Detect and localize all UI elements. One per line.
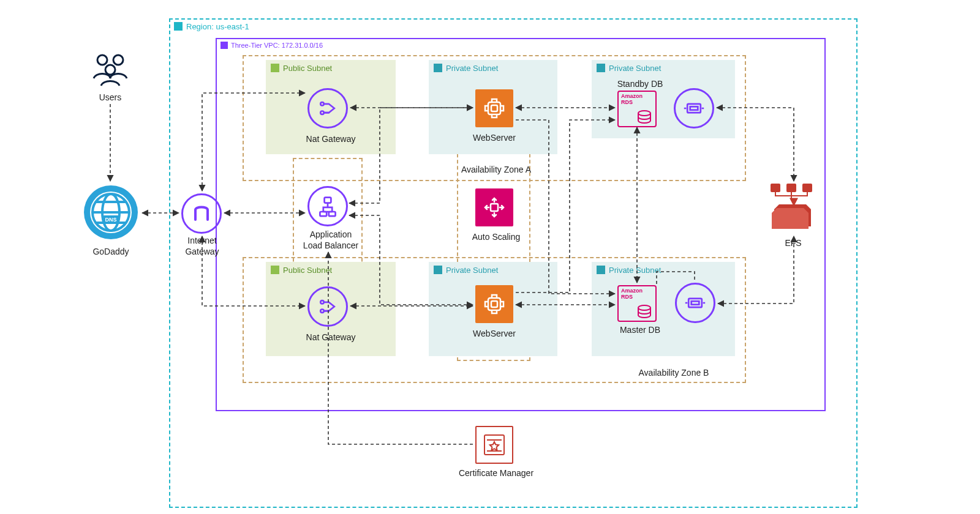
svg-rect-18 <box>488 298 500 310</box>
svg-rect-23 <box>690 106 698 110</box>
efs-label: EFS <box>778 237 809 248</box>
certificate-manager-icon <box>475 426 513 464</box>
godaddy-label: GoDaddy <box>86 246 136 257</box>
webserver-a-icon <box>475 89 513 127</box>
svg-rect-17 <box>491 105 497 111</box>
svg-point-12 <box>320 102 323 105</box>
dns-icon: DNS <box>82 184 140 241</box>
svg-rect-29 <box>802 184 812 192</box>
svg-rect-16 <box>488 102 500 114</box>
internet-gateway-label: Internet Gateway <box>179 235 225 257</box>
autoscaling-icon <box>475 188 513 226</box>
rds-master-icon: Amazon RDS <box>617 285 657 322</box>
users-icon <box>89 51 132 88</box>
standby-db-label: Standby DB <box>612 78 668 89</box>
svg-point-14 <box>320 300 323 304</box>
svg-rect-19 <box>491 301 497 307</box>
rds-standby-icon: Amazon RDS <box>617 91 657 127</box>
svg-point-0 <box>97 55 107 65</box>
lock-closed-icon <box>434 64 442 72</box>
users-label: Users <box>92 92 129 103</box>
svg-text:DNS: DNS <box>105 217 116 223</box>
svg-point-2 <box>105 65 115 75</box>
webserver-b-label: WebServer <box>467 328 522 339</box>
efs-mount-b-icon <box>675 283 715 323</box>
az-a-label: Availability Zone A <box>447 164 545 175</box>
internet-gateway-icon <box>181 193 222 234</box>
region-tag: Region: us-east-1 <box>174 22 249 31</box>
svg-point-24 <box>638 305 650 310</box>
svg-rect-10 <box>320 212 326 216</box>
lock-closed-icon <box>597 266 605 274</box>
svg-point-1 <box>113 55 123 65</box>
master-db-label: Master DB <box>612 324 668 335</box>
svg-rect-20 <box>491 204 498 211</box>
az-b-label: Availability Zone B <box>625 367 723 378</box>
autoscaling-label: Auto Scaling <box>466 231 527 242</box>
lock-closed-icon <box>597 64 605 72</box>
efs-mount-a-icon <box>674 88 714 128</box>
nat-gateway-b-icon <box>307 286 348 327</box>
svg-point-15 <box>320 310 323 313</box>
lock-open-icon <box>271 266 279 274</box>
region-badge-icon <box>174 22 183 31</box>
lock-open-icon <box>271 64 279 72</box>
webserver-b-icon <box>475 285 513 323</box>
svg-rect-28 <box>786 184 796 192</box>
svg-rect-27 <box>771 184 780 192</box>
svg-rect-30 <box>484 435 504 455</box>
svg-point-13 <box>320 111 323 114</box>
alb-label: Application Load Balancer <box>300 229 361 251</box>
nat-gateway-a-label: Nat Gateway <box>300 133 361 144</box>
webserver-a-label: WebServer <box>467 132 522 143</box>
alb-icon <box>307 186 348 226</box>
vpc-badge-icon <box>221 42 228 49</box>
certificate-manager-label: Certificate Manager <box>453 467 539 479</box>
svg-rect-26 <box>692 301 699 304</box>
svg-point-21 <box>638 111 650 116</box>
vpc-tag: Three-Tier VPC: 172.31.0.0/16 <box>221 42 323 49</box>
nat-gateway-b-label: Nat Gateway <box>300 332 361 343</box>
private-subnet-a-db: Private Subnet <box>592 60 735 138</box>
svg-rect-11 <box>329 212 336 216</box>
lock-closed-icon <box>434 266 442 274</box>
svg-rect-9 <box>325 198 331 203</box>
efs-icon <box>771 184 820 233</box>
nat-gateway-a-icon <box>307 88 348 128</box>
diagram-canvas: Region: us-east-1 Three-Tier VPC: 172.31… <box>0 0 980 514</box>
